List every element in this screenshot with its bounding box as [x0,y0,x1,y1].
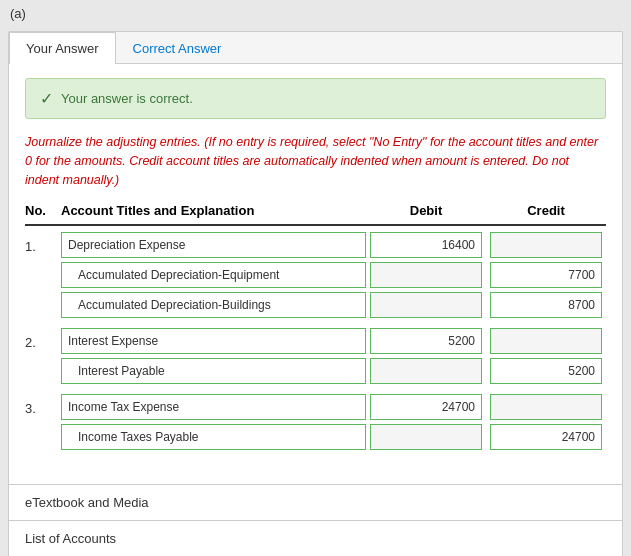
debit-input[interactable] [370,232,482,258]
table-row: 1. [25,232,606,258]
tab-your-answer[interactable]: Your Answer [9,32,116,64]
debit-cell [366,358,486,384]
debit-cell [366,232,486,258]
table-row: 2. [25,328,606,354]
debit-input[interactable] [370,262,482,288]
tab-correct-answer[interactable]: Correct Answer [116,32,239,64]
credit-input[interactable] [490,262,602,288]
table-row: 3. [25,394,606,420]
table-header: No. Account Titles and Explanation Debit… [25,203,606,226]
header-no: No. [25,203,61,218]
content-area: ✓ Your answer is correct. Journalize the… [9,64,622,474]
entry-number-2: 2. [25,333,61,350]
account-title-input[interactable] [61,232,366,258]
debit-cell [366,292,486,318]
account-title-input[interactable] [61,424,366,450]
debit-cell [366,262,486,288]
account-title-input[interactable] [61,394,366,420]
debit-input[interactable] [370,292,482,318]
debit-cell [366,394,486,420]
title-cell [61,424,366,450]
credit-input[interactable] [490,358,602,384]
credit-input[interactable] [490,292,602,318]
bottom-buttons: eTextbook and Media List of Accounts [9,484,622,556]
entry-group-3: 3. [25,394,606,450]
credit-cell [486,424,606,450]
table-row [25,358,606,384]
header-title: Account Titles and Explanation [61,203,366,218]
debit-cell [366,424,486,450]
debit-input[interactable] [370,328,482,354]
credit-cell [486,262,606,288]
header-credit: Credit [486,203,606,218]
table-row [25,292,606,318]
title-cell [61,328,366,354]
section-label: (a) [0,0,631,27]
etextbook-button[interactable]: eTextbook and Media [9,485,622,521]
entry-group-2: 2. [25,328,606,384]
entry-number-3: 3. [25,399,61,416]
main-card: Your Answer Correct Answer ✓ Your answer… [8,31,623,556]
debit-cell [366,328,486,354]
account-title-input[interactable] [61,262,366,288]
check-icon: ✓ [40,89,53,108]
account-title-input[interactable] [61,328,366,354]
title-cell [61,262,366,288]
account-title-input[interactable] [61,292,366,318]
list-of-accounts-button[interactable]: List of Accounts [9,521,622,556]
title-cell [61,232,366,258]
table-row [25,424,606,450]
title-cell [61,358,366,384]
entry-group-1: 1. [25,232,606,318]
credit-input[interactable] [490,394,602,420]
credit-input[interactable] [490,328,602,354]
account-title-input[interactable] [61,358,366,384]
credit-cell [486,358,606,384]
instruction-text: Journalize the adjusting entries. (If no… [25,133,606,189]
tab-bar: Your Answer Correct Answer [9,32,622,64]
credit-cell [486,292,606,318]
entry-number-1: 1. [25,237,61,254]
success-text: Your answer is correct. [61,91,193,106]
debit-input[interactable] [370,358,482,384]
title-cell [61,394,366,420]
credit-cell [486,394,606,420]
debit-input[interactable] [370,424,482,450]
title-cell [61,292,366,318]
credit-input[interactable] [490,232,602,258]
header-debit: Debit [366,203,486,218]
credit-cell [486,232,606,258]
success-banner: ✓ Your answer is correct. [25,78,606,119]
credit-input[interactable] [490,424,602,450]
debit-input[interactable] [370,394,482,420]
table-row [25,262,606,288]
credit-cell [486,328,606,354]
